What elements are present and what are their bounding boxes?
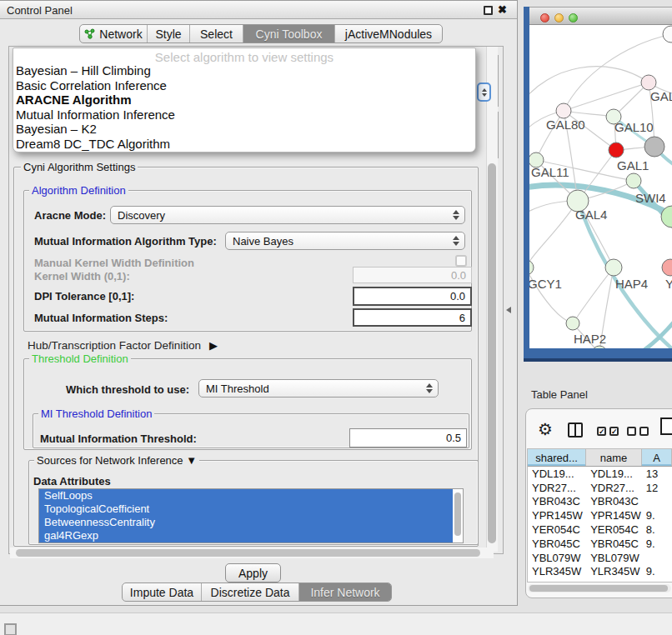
table-row[interactable]: YDL19...YDL19...13 — [528, 467, 672, 481]
table-row[interactable]: YDR27...YDR27...12 — [528, 481, 672, 495]
list-item[interactable]: TopologicalCoefficient — [39, 502, 453, 516]
table-row[interactable]: YBR043CYBR043C — [528, 495, 672, 509]
table-row[interactable]: YPR145WYPR145W9. — [528, 508, 672, 522]
table-cell[interactable]: 9. — [642, 579, 672, 582]
data-attributes-list[interactable]: SelfLoops TopologicalCoefficient Between… — [38, 488, 464, 543]
network-node[interactable] — [663, 26, 672, 42]
algorithm-option[interactable]: Mutual Information Inference — [13, 108, 475, 122]
table-cell[interactable]: YDL19... — [528, 468, 586, 480]
float-window-icon[interactable] — [484, 6, 493, 15]
network-node-gcy1[interactable] — [529, 260, 534, 275]
network-node[interactable] — [641, 75, 656, 90]
unchecked-checkbox-icon[interactable] — [627, 427, 636, 436]
table-cell[interactable]: YDR27... — [528, 482, 586, 494]
close-icon[interactable]: ✖ — [498, 3, 507, 16]
checked-checkbox-icon[interactable]: ✓ — [597, 427, 606, 436]
list-item[interactable]: gal4RGexp — [39, 529, 453, 542]
table-cell[interactable]: 9. — [642, 509, 672, 522]
close-traffic-light[interactable] — [540, 13, 549, 22]
tab-infer-network[interactable]: Infer Network — [299, 583, 391, 601]
table-cell[interactable]: 13 — [642, 468, 672, 480]
algorithm-option[interactable]: Bayesian – Hill Climbing — [13, 63, 475, 78]
mi-algorithm-type-combo[interactable]: Naive Bayes — [225, 232, 465, 250]
tab-discretize-data[interactable]: Discretize Data — [202, 583, 299, 601]
apply-button[interactable]: Apply — [225, 563, 281, 582]
list-scrollbar[interactable] — [454, 491, 462, 541]
network-edge[interactable] — [564, 82, 649, 111]
table-cell[interactable]: YLR345W — [586, 565, 642, 578]
table-row[interactable]: YBL079WYBL079W — [528, 551, 672, 565]
table-horizontal-scrollbar[interactable] — [528, 584, 671, 592]
network-edge[interactable] — [529, 67, 649, 103]
table-cell[interactable]: 12 — [642, 482, 672, 494]
network-node-gal80[interactable] — [556, 103, 571, 118]
table-cell[interactable]: YIL052C — [528, 579, 586, 582]
which-threshold-combo[interactable]: MI Threshold — [198, 379, 439, 398]
settings-vertical-scrollbar-thumb[interactable] — [488, 163, 496, 543]
table-row[interactable]: YBR045CYBR045C9. — [528, 537, 672, 551]
table-cell[interactable]: YBR043C — [586, 495, 642, 508]
tab-jactivemnodules[interactable]: jActiveMNodules — [335, 25, 442, 42]
algorithm-option-selected[interactable]: ARACNE Algorithm — [13, 92, 475, 108]
list-item[interactable]: BetweennessCentrality — [39, 516, 453, 529]
columns-icon[interactable] — [568, 422, 583, 438]
table-cell[interactable]: 9. — [642, 565, 672, 578]
tab-network[interactable]: Network — [80, 25, 148, 42]
table-cell[interactable]: YBR043C — [528, 495, 586, 508]
algorithm-option[interactable]: Dream8 DC_TDC Algorithm — [13, 137, 475, 152]
unchecked-checkbox-icon[interactable] — [639, 427, 649, 436]
table-cell[interactable]: YBL079W — [528, 552, 586, 564]
table-cell[interactable]: YIL052C — [586, 579, 642, 582]
split-pane-collapse-icon[interactable] — [506, 307, 511, 313]
table-row[interactable]: YIL052CYIL052C9. — [528, 578, 672, 582]
corner-widget[interactable] — [4, 623, 17, 635]
table-row[interactable]: YLR345WYLR345W9. — [528, 565, 672, 579]
tab-cyni-toolbox[interactable]: Cyni Toolbox — [243, 25, 335, 42]
table-cell[interactable]: YER054C — [528, 523, 586, 536]
network-node[interactable] — [609, 142, 624, 158]
table-cell[interactable]: YLR345W — [528, 565, 586, 578]
network-node-gal1[interactable] — [626, 173, 641, 188]
zoom-traffic-light[interactable] — [569, 13, 578, 22]
aracne-mode-combo[interactable]: Discovery — [110, 206, 465, 224]
network-node[interactable] — [662, 259, 672, 276]
network-node-hap4[interactable] — [605, 259, 622, 276]
table-cell[interactable]: YBL079W — [586, 552, 642, 564]
sources-title[interactable]: Sources for Network Inference ▼ — [34, 454, 199, 467]
document-icon[interactable] — [660, 418, 672, 435]
table-cell[interactable]: 9. — [642, 538, 672, 550]
dpi-tolerance-field[interactable]: 0.0 — [353, 287, 472, 306]
table-cell[interactable]: 8. — [642, 523, 672, 536]
algorithm-option[interactable]: Basic Correlation Inference — [13, 78, 475, 93]
hub-transcription-factor-disclosure[interactable]: Hub/Transcription Factor Definition▶ — [28, 339, 218, 352]
table-cell[interactable]: YBR045C — [586, 538, 642, 550]
mi-steps-field[interactable]: 6 — [353, 308, 472, 327]
table-cell[interactable]: YPR145W — [528, 509, 586, 522]
network-edge[interactable] — [578, 201, 672, 348]
gear-icon[interactable]: ⚙ — [538, 419, 553, 439]
network-canvas[interactable]: GALGAL80GAL10GAL1GAL11GAL4SWI4GCY1HAP4YH… — [529, 25, 672, 348]
network-edge[interactable] — [573, 268, 614, 323]
algorithm-option[interactable]: Bayesian – K2 — [13, 122, 475, 137]
settings-horizontal-scrollbar-thumb[interactable] — [16, 549, 480, 557]
table-row[interactable]: YER054CYER054C8. — [528, 522, 672, 537]
table-cell[interactable]: YDL19... — [586, 468, 642, 480]
network-edge[interactable] — [529, 201, 578, 268]
network-node[interactable] — [644, 137, 664, 157]
tab-style[interactable]: Style — [148, 25, 190, 42]
network-node-hap2[interactable] — [566, 317, 579, 330]
table-cell[interactable]: YBR045C — [528, 538, 586, 550]
mi-threshold-field[interactable]: 0.5 — [349, 428, 467, 448]
tab-select[interactable]: Select — [190, 25, 243, 42]
column-header[interactable]: shared... — [528, 449, 586, 466]
hidden-combo-stepper[interactable] — [477, 82, 491, 102]
column-header[interactable]: name — [586, 449, 642, 466]
minimize-traffic-light[interactable] — [554, 13, 564, 22]
tab-impute-data[interactable]: Impute Data — [123, 583, 202, 601]
table-cell[interactable]: YPR145W — [586, 509, 642, 522]
checked-checkbox-icon[interactable]: ✓ — [609, 427, 619, 436]
table-cell[interactable]: YER054C — [586, 523, 642, 536]
column-header[interactable]: A — [642, 449, 672, 466]
table-cell[interactable]: YDR27... — [586, 482, 642, 494]
list-item[interactable]: SelfLoops — [39, 489, 453, 502]
